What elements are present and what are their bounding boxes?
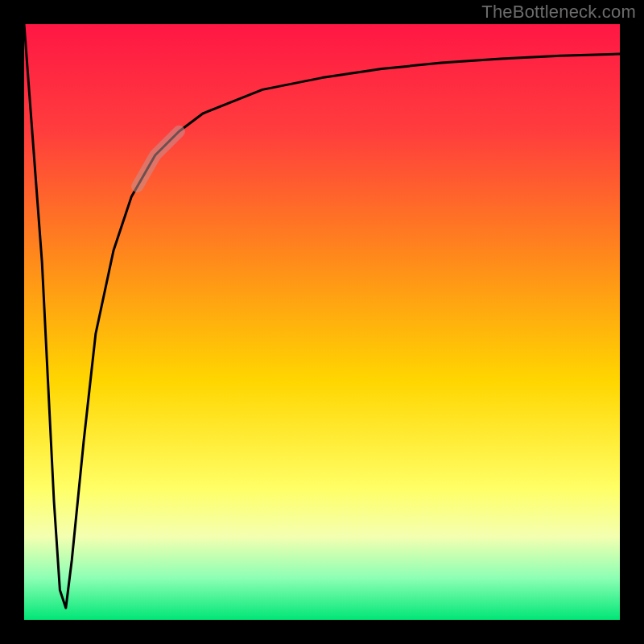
bottleneck-chart <box>0 0 644 644</box>
chart-stage: TheBottleneck.com <box>0 0 644 644</box>
watermark-text: TheBottleneck.com <box>481 2 636 23</box>
plot-background <box>24 24 620 620</box>
